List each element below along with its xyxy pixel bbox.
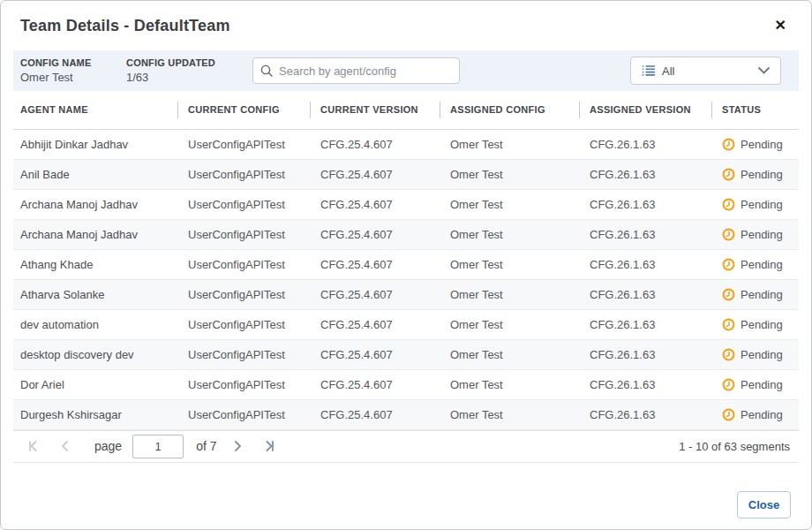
page-label: page	[94, 439, 122, 453]
table-row: Athang Khade UserConfigAPITest CFG.25.4.…	[13, 249, 799, 279]
config-name-label: CONFIG NAME	[20, 57, 126, 68]
cell-agent-name: Athang Khade	[13, 249, 177, 279]
pending-clock-icon	[722, 408, 735, 421]
cell-current-config: UserConfigAPITest	[177, 249, 310, 279]
pending-clock-icon	[722, 198, 735, 211]
list-filter-icon	[642, 64, 656, 77]
cell-assigned-version: CFG.26.1.63	[579, 369, 711, 399]
pending-clock-icon	[722, 378, 735, 391]
status-label: Pending	[741, 288, 783, 301]
cell-assigned-config: Omer Test	[440, 399, 579, 429]
cell-assigned-config: Omer Test	[440, 159, 579, 189]
status-badge: Pending	[722, 130, 799, 159]
table-row: Archana Manoj Jadhav UserConfigAPITest C…	[13, 219, 799, 249]
table-row: Atharva Solanke UserConfigAPITest CFG.25…	[13, 279, 799, 309]
status-badge: Pending	[722, 310, 799, 339]
pending-clock-icon	[722, 318, 735, 331]
cell-assigned-config: Omer Test	[440, 189, 579, 219]
search-input[interactable]	[279, 64, 452, 78]
cell-agent-name: dev automation	[13, 309, 177, 339]
cell-agent-name: Dor Ariel	[13, 369, 177, 399]
cell-agent-name: Atharva Solanke	[13, 279, 177, 309]
cell-agent-name: Archana Manoj Jadhav	[13, 189, 177, 219]
cell-current-version: CFG.25.4.607	[310, 219, 440, 249]
cell-current-config: UserConfigAPITest	[177, 219, 310, 249]
cell-agent-name: Durgesh Kshirsagar	[13, 399, 177, 429]
next-page-button[interactable]	[228, 436, 247, 456]
filter-selected-value: All	[662, 64, 758, 78]
pending-clock-icon	[722, 138, 735, 151]
cell-agent-name: desktop discovery dev	[13, 339, 177, 369]
cell-current-config: UserConfigAPITest	[177, 189, 310, 219]
cell-assigned-config: Omer Test	[440, 309, 579, 339]
segments-range-text: 1 - 10 of 63 segments	[679, 440, 790, 453]
config-name-value: Omer Test	[20, 71, 126, 84]
pending-clock-icon	[722, 228, 735, 241]
table-row: desktop discovery dev UserConfigAPITest …	[13, 339, 799, 369]
status-badge: Pending	[722, 370, 799, 399]
column-header: ASSIGNED CONFIG	[440, 91, 579, 129]
table-row: Abhijit Dinkar Jadhav UserConfigAPITest …	[13, 129, 799, 159]
pending-clock-icon	[722, 258, 735, 271]
status-badge: Pending	[722, 160, 799, 189]
modal-footer: Close	[1, 463, 811, 530]
search-box	[252, 57, 460, 84]
search-icon	[260, 64, 273, 77]
table-row: dev automation UserConfigAPITest CFG.25.…	[13, 309, 799, 339]
previous-page-button[interactable]	[56, 436, 75, 456]
cell-assigned-config: Omer Test	[440, 129, 579, 159]
column-header: ASSIGNED VERSION	[579, 91, 711, 129]
config-updated-block: CONFIG UPDATED 1/63	[126, 57, 252, 84]
cell-assigned-version: CFG.26.1.63	[579, 159, 711, 189]
modal-title: Team Details - DefaultTeam	[20, 17, 230, 35]
first-page-button[interactable]	[24, 436, 43, 456]
cell-current-version: CFG.25.4.607	[310, 399, 440, 429]
cell-agent-name: Anil Bade	[13, 159, 177, 189]
cell-current-config: UserConfigAPITest	[177, 129, 310, 159]
cell-assigned-config: Omer Test	[440, 339, 579, 369]
cell-current-version: CFG.25.4.607	[310, 339, 440, 369]
close-icon[interactable]: ✕	[771, 15, 790, 36]
cell-assigned-version: CFG.26.1.63	[579, 249, 711, 279]
config-updated-value: 1/63	[126, 71, 252, 84]
chevron-down-icon	[758, 67, 770, 74]
column-header: STATUS	[711, 91, 799, 129]
cell-current-version: CFG.25.4.607	[310, 189, 440, 219]
table-row: Dor Ariel UserConfigAPITest CFG.25.4.607…	[13, 369, 799, 399]
cell-assigned-config: Omer Test	[440, 219, 579, 249]
cell-assigned-config: Omer Test	[440, 369, 579, 399]
cell-current-version: CFG.25.4.607	[310, 369, 440, 399]
status-label: Pending	[741, 138, 783, 151]
cell-assigned-config: Omer Test	[440, 279, 579, 309]
cell-current-version: CFG.25.4.607	[310, 279, 440, 309]
cell-agent-name: Abhijit Dinkar Jadhav	[13, 129, 177, 159]
pending-clock-icon	[722, 168, 735, 181]
cell-assigned-version: CFG.26.1.63	[579, 219, 711, 249]
cell-current-config: UserConfigAPITest	[177, 369, 310, 399]
cell-current-version: CFG.25.4.607	[310, 309, 440, 339]
pagination-bar: page of 7 1 - 10 of 63 segments	[13, 430, 799, 463]
status-badge: Pending	[722, 340, 799, 369]
table-row: Durgesh Kshirsagar UserConfigAPITest CFG…	[13, 399, 799, 429]
cell-current-version: CFG.25.4.607	[310, 249, 440, 279]
status-label: Pending	[741, 258, 783, 271]
status-label: Pending	[741, 198, 783, 211]
status-label: Pending	[741, 228, 783, 241]
page-number-input[interactable]	[132, 435, 184, 458]
cell-agent-name: Archana Manoj Jadhav	[13, 219, 177, 249]
agents-table: AGENT NAMECURRENT CONFIGCURRENT VERSIONA…	[13, 91, 799, 430]
status-label: Pending	[741, 168, 783, 181]
cell-assigned-config: Omer Test	[440, 249, 579, 279]
modal-header: Team Details - DefaultTeam ✕	[1, 1, 811, 50]
status-badge: Pending	[722, 280, 799, 309]
filter-dropdown[interactable]: All	[630, 57, 781, 85]
page-count-label: of 7	[196, 439, 216, 453]
table-header-row: AGENT NAMECURRENT CONFIGCURRENT VERSIONA…	[13, 91, 799, 129]
cell-current-version: CFG.25.4.607	[310, 159, 440, 189]
status-label: Pending	[741, 318, 783, 331]
close-button[interactable]: Close	[737, 491, 791, 519]
cell-current-version: CFG.25.4.607	[310, 129, 440, 159]
cell-current-config: UserConfigAPITest	[177, 309, 310, 339]
last-page-button[interactable]	[259, 436, 279, 456]
status-label: Pending	[741, 378, 783, 391]
